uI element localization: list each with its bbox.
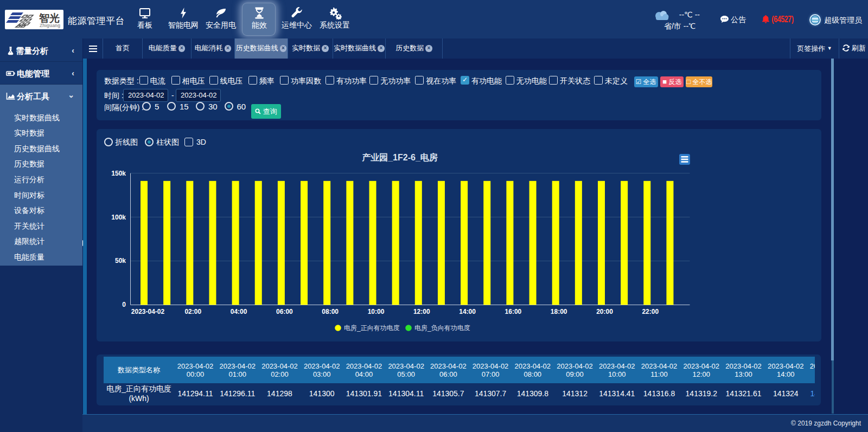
svg-text:04:00: 04:00 [231, 308, 247, 315]
svg-text:06:00: 06:00 [276, 308, 293, 315]
svg-text:电房_负向有功电度: 电房_负向有功电度 [414, 324, 470, 332]
svg-text:50k: 50k [115, 257, 126, 265]
svg-text:0: 0 [122, 301, 126, 308]
svg-text:02:00: 02:00 [184, 308, 201, 315]
svg-text:10:00: 10:00 [368, 308, 385, 315]
svg-text:20:00: 20:00 [596, 308, 613, 315]
svg-text:14:00: 14:00 [459, 308, 476, 315]
svg-text:电房_正向有功电度: 电房_正向有功电度 [344, 324, 400, 332]
svg-text:16:00: 16:00 [505, 308, 522, 315]
svg-text:2023-04-02: 2023-04-02 [131, 308, 165, 315]
svg-text:18:00: 18:00 [551, 308, 567, 315]
svg-text:150k: 150k [111, 170, 126, 177]
svg-text:22:00: 22:00 [642, 308, 659, 315]
svg-text:12:00: 12:00 [413, 308, 430, 315]
svg-text:Zhiguang: Zhiguang [40, 23, 60, 28]
svg-text:100k: 100k [111, 214, 126, 221]
svg-text:08:00: 08:00 [322, 308, 339, 315]
svg-text:产业园_1F2-6_电房: 产业园_1F2-6_电房 [361, 152, 438, 162]
